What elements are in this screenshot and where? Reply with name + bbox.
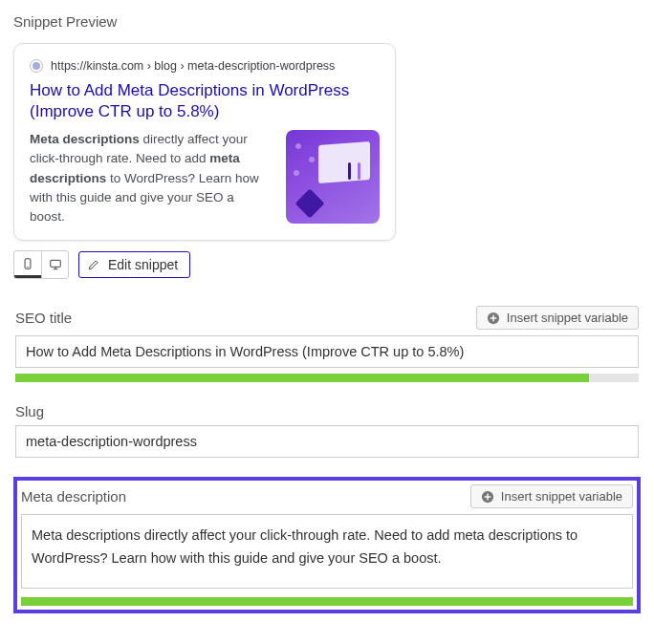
mobile-icon (21, 257, 34, 270)
meta-description-progress (21, 597, 633, 606)
meta-description-label: Meta description (21, 488, 126, 504)
preview-thumbnail (286, 130, 380, 224)
insert-variable-label: Insert snippet variable (507, 311, 628, 325)
insert-variable-button-seo-title[interactable]: Insert snippet variable (476, 306, 639, 330)
section-title: Snippet Preview (13, 13, 641, 30)
insert-variable-button-meta-desc[interactable]: Insert snippet variable (470, 484, 633, 508)
pencil-icon (87, 258, 100, 271)
meta-description-input[interactable] (21, 514, 633, 589)
edit-snippet-button[interactable]: Edit snippet (78, 251, 190, 278)
preview-description: Meta descriptions directly affect your c… (30, 130, 272, 226)
desktop-icon (49, 258, 62, 271)
plus-circle-icon (481, 490, 494, 504)
seo-title-label: SEO title (15, 310, 72, 326)
meta-description-block: Meta description Insert snippet variable (13, 477, 641, 613)
preview-title: How to Add Meta Descriptions in WordPres… (30, 80, 380, 122)
device-toggle (13, 250, 69, 279)
svg-rect-7 (490, 317, 496, 318)
svg-rect-2 (50, 261, 60, 268)
slug-label: Slug (15, 403, 44, 419)
desktop-view-button[interactable] (41, 251, 68, 278)
svg-rect-10 (484, 496, 490, 497)
mobile-view-button[interactable] (14, 251, 41, 278)
preview-desc-bold-1: Meta descriptions (30, 132, 140, 146)
meta-description-progress-fill (21, 597, 633, 606)
snippet-preview-card: https://kinsta.com › blog › meta-descrip… (13, 43, 396, 241)
seo-title-progress (15, 374, 639, 382)
plus-circle-icon (487, 311, 500, 325)
seo-title-progress-fill (15, 374, 589, 382)
insert-variable-label: Insert snippet variable (501, 489, 622, 504)
seo-title-block: SEO title Insert snippet variable (13, 304, 641, 384)
edit-snippet-label: Edit snippet (108, 257, 178, 272)
preview-url: https://kinsta.com › blog › meta-descrip… (51, 59, 335, 73)
preview-toolbar: Edit snippet (13, 250, 641, 279)
slug-input[interactable] (15, 425, 639, 458)
seo-title-input[interactable] (15, 335, 639, 368)
favicon-icon (30, 59, 43, 73)
slug-block: Slug (13, 401, 641, 460)
